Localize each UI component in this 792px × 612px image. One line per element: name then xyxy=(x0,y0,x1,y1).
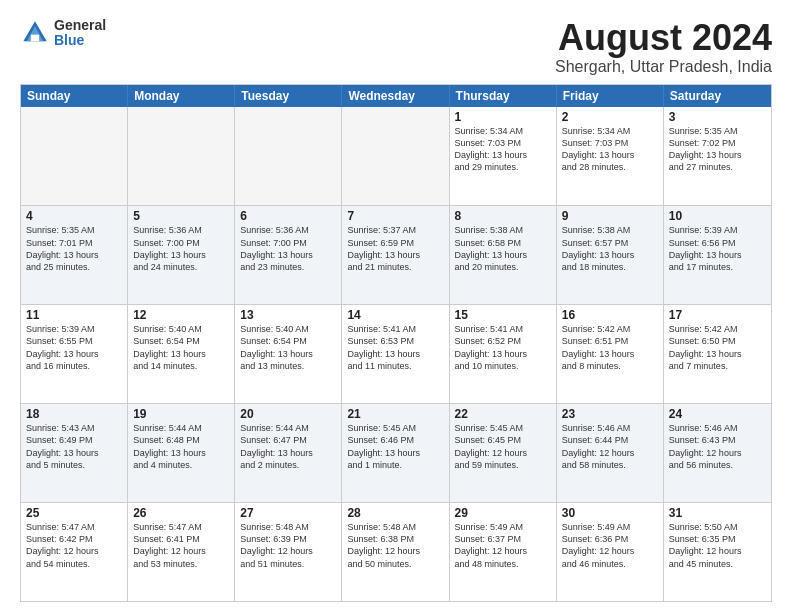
day-number: 10 xyxy=(669,209,766,223)
cell-info: Sunrise: 5:47 AMSunset: 6:41 PMDaylight:… xyxy=(133,521,229,570)
day-number: 19 xyxy=(133,407,229,421)
svg-rect-2 xyxy=(31,35,39,42)
calendar-cell: 7Sunrise: 5:37 AMSunset: 6:59 PMDaylight… xyxy=(342,206,449,304)
calendar-cell: 21Sunrise: 5:45 AMSunset: 6:46 PMDayligh… xyxy=(342,404,449,502)
cell-info: Sunrise: 5:37 AMSunset: 6:59 PMDaylight:… xyxy=(347,224,443,273)
calendar-body: 1Sunrise: 5:34 AMSunset: 7:03 PMDaylight… xyxy=(21,107,771,601)
calendar-cell: 28Sunrise: 5:48 AMSunset: 6:38 PMDayligh… xyxy=(342,503,449,601)
calendar-cell: 22Sunrise: 5:45 AMSunset: 6:45 PMDayligh… xyxy=(450,404,557,502)
cell-info: Sunrise: 5:39 AMSunset: 6:56 PMDaylight:… xyxy=(669,224,766,273)
day-number: 27 xyxy=(240,506,336,520)
day-number: 20 xyxy=(240,407,336,421)
day-number: 15 xyxy=(455,308,551,322)
calendar-cell: 30Sunrise: 5:49 AMSunset: 6:36 PMDayligh… xyxy=(557,503,664,601)
calendar: SundayMondayTuesdayWednesdayThursdayFrid… xyxy=(20,84,772,602)
cell-info: Sunrise: 5:36 AMSunset: 7:00 PMDaylight:… xyxy=(240,224,336,273)
title-block: August 2024 Shergarh, Uttar Pradesh, Ind… xyxy=(555,18,772,76)
cell-info: Sunrise: 5:50 AMSunset: 6:35 PMDaylight:… xyxy=(669,521,766,570)
calendar-cell: 3Sunrise: 5:35 AMSunset: 7:02 PMDaylight… xyxy=(664,107,771,206)
calendar-cell: 13Sunrise: 5:40 AMSunset: 6:54 PMDayligh… xyxy=(235,305,342,403)
calendar-row: 11Sunrise: 5:39 AMSunset: 6:55 PMDayligh… xyxy=(21,304,771,403)
day-header-tuesday: Tuesday xyxy=(235,85,342,107)
calendar-cell: 24Sunrise: 5:46 AMSunset: 6:43 PMDayligh… xyxy=(664,404,771,502)
day-number: 22 xyxy=(455,407,551,421)
cell-info: Sunrise: 5:34 AMSunset: 7:03 PMDaylight:… xyxy=(455,125,551,174)
calendar-cell: 25Sunrise: 5:47 AMSunset: 6:42 PMDayligh… xyxy=(21,503,128,601)
day-number: 12 xyxy=(133,308,229,322)
cell-info: Sunrise: 5:34 AMSunset: 7:03 PMDaylight:… xyxy=(562,125,658,174)
calendar-cell: 1Sunrise: 5:34 AMSunset: 7:03 PMDaylight… xyxy=(450,107,557,206)
calendar-row: 4Sunrise: 5:35 AMSunset: 7:01 PMDaylight… xyxy=(21,205,771,304)
cell-info: Sunrise: 5:39 AMSunset: 6:55 PMDaylight:… xyxy=(26,323,122,372)
calendar-cell: 20Sunrise: 5:44 AMSunset: 6:47 PMDayligh… xyxy=(235,404,342,502)
day-header-wednesday: Wednesday xyxy=(342,85,449,107)
title-month: August 2024 xyxy=(555,18,772,58)
calendar-row: 18Sunrise: 5:43 AMSunset: 6:49 PMDayligh… xyxy=(21,403,771,502)
cell-info: Sunrise: 5:40 AMSunset: 6:54 PMDaylight:… xyxy=(240,323,336,372)
cell-info: Sunrise: 5:49 AMSunset: 6:37 PMDaylight:… xyxy=(455,521,551,570)
calendar-cell: 4Sunrise: 5:35 AMSunset: 7:01 PMDaylight… xyxy=(21,206,128,304)
day-number: 31 xyxy=(669,506,766,520)
calendar-cell: 18Sunrise: 5:43 AMSunset: 6:49 PMDayligh… xyxy=(21,404,128,502)
calendar-cell: 9Sunrise: 5:38 AMSunset: 6:57 PMDaylight… xyxy=(557,206,664,304)
calendar-cell: 11Sunrise: 5:39 AMSunset: 6:55 PMDayligh… xyxy=(21,305,128,403)
logo: General Blue xyxy=(20,18,106,49)
calendar-cell: 29Sunrise: 5:49 AMSunset: 6:37 PMDayligh… xyxy=(450,503,557,601)
calendar-cell: 17Sunrise: 5:42 AMSunset: 6:50 PMDayligh… xyxy=(664,305,771,403)
day-number: 24 xyxy=(669,407,766,421)
day-number: 18 xyxy=(26,407,122,421)
cell-info: Sunrise: 5:35 AMSunset: 7:02 PMDaylight:… xyxy=(669,125,766,174)
day-number: 2 xyxy=(562,110,658,124)
cell-info: Sunrise: 5:44 AMSunset: 6:48 PMDaylight:… xyxy=(133,422,229,471)
header: General Blue August 2024 Shergarh, Uttar… xyxy=(20,18,772,76)
day-number: 9 xyxy=(562,209,658,223)
day-header-thursday: Thursday xyxy=(450,85,557,107)
day-header-friday: Friday xyxy=(557,85,664,107)
calendar-cell: 15Sunrise: 5:41 AMSunset: 6:52 PMDayligh… xyxy=(450,305,557,403)
day-header-sunday: Sunday xyxy=(21,85,128,107)
day-number: 7 xyxy=(347,209,443,223)
cell-info: Sunrise: 5:41 AMSunset: 6:53 PMDaylight:… xyxy=(347,323,443,372)
day-number: 17 xyxy=(669,308,766,322)
day-number: 21 xyxy=(347,407,443,421)
cell-info: Sunrise: 5:44 AMSunset: 6:47 PMDaylight:… xyxy=(240,422,336,471)
cell-info: Sunrise: 5:45 AMSunset: 6:46 PMDaylight:… xyxy=(347,422,443,471)
page: General Blue August 2024 Shergarh, Uttar… xyxy=(0,0,792,612)
calendar-cell: 6Sunrise: 5:36 AMSunset: 7:00 PMDaylight… xyxy=(235,206,342,304)
day-number: 1 xyxy=(455,110,551,124)
day-number: 13 xyxy=(240,308,336,322)
calendar-cell: 31Sunrise: 5:50 AMSunset: 6:35 PMDayligh… xyxy=(664,503,771,601)
logo-general: General xyxy=(54,18,106,33)
calendar-cell: 14Sunrise: 5:41 AMSunset: 6:53 PMDayligh… xyxy=(342,305,449,403)
title-location: Shergarh, Uttar Pradesh, India xyxy=(555,58,772,76)
cell-info: Sunrise: 5:41 AMSunset: 6:52 PMDaylight:… xyxy=(455,323,551,372)
cell-info: Sunrise: 5:43 AMSunset: 6:49 PMDaylight:… xyxy=(26,422,122,471)
day-number: 11 xyxy=(26,308,122,322)
day-number: 28 xyxy=(347,506,443,520)
cell-info: Sunrise: 5:38 AMSunset: 6:57 PMDaylight:… xyxy=(562,224,658,273)
day-number: 14 xyxy=(347,308,443,322)
cell-info: Sunrise: 5:38 AMSunset: 6:58 PMDaylight:… xyxy=(455,224,551,273)
calendar-cell: 19Sunrise: 5:44 AMSunset: 6:48 PMDayligh… xyxy=(128,404,235,502)
calendar-row: 1Sunrise: 5:34 AMSunset: 7:03 PMDaylight… xyxy=(21,107,771,206)
calendar-cell: 5Sunrise: 5:36 AMSunset: 7:00 PMDaylight… xyxy=(128,206,235,304)
day-header-monday: Monday xyxy=(128,85,235,107)
logo-text: General Blue xyxy=(54,18,106,49)
calendar-cell: 27Sunrise: 5:48 AMSunset: 6:39 PMDayligh… xyxy=(235,503,342,601)
day-number: 29 xyxy=(455,506,551,520)
day-number: 26 xyxy=(133,506,229,520)
calendar-cell: 8Sunrise: 5:38 AMSunset: 6:58 PMDaylight… xyxy=(450,206,557,304)
cell-info: Sunrise: 5:36 AMSunset: 7:00 PMDaylight:… xyxy=(133,224,229,273)
calendar-row: 25Sunrise: 5:47 AMSunset: 6:42 PMDayligh… xyxy=(21,502,771,601)
day-number: 8 xyxy=(455,209,551,223)
calendar-cell xyxy=(235,107,342,206)
calendar-cell xyxy=(128,107,235,206)
day-number: 25 xyxy=(26,506,122,520)
day-number: 5 xyxy=(133,209,229,223)
calendar-cell: 2Sunrise: 5:34 AMSunset: 7:03 PMDaylight… xyxy=(557,107,664,206)
calendar-cell xyxy=(21,107,128,206)
day-number: 3 xyxy=(669,110,766,124)
day-number: 6 xyxy=(240,209,336,223)
calendar-header: SundayMondayTuesdayWednesdayThursdayFrid… xyxy=(21,85,771,107)
calendar-cell xyxy=(342,107,449,206)
